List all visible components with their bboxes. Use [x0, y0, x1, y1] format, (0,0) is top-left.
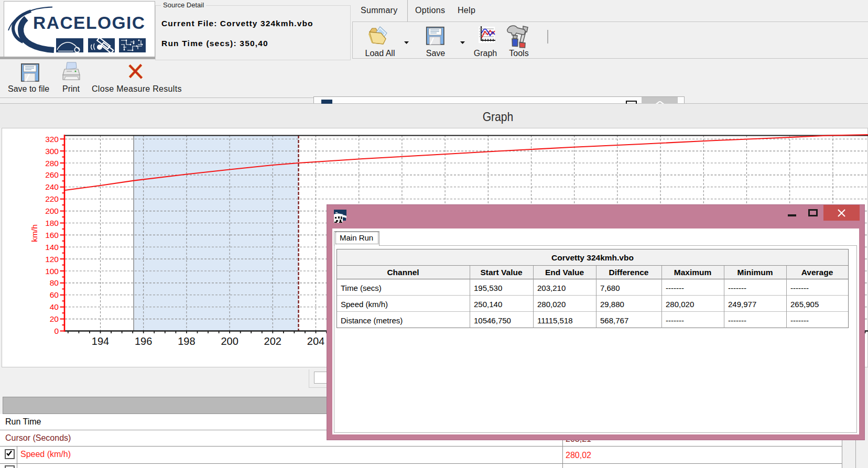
svg-text:198: 198 [178, 335, 195, 347]
svg-text:40: 40 [50, 302, 59, 311]
svg-text:60: 60 [50, 290, 59, 299]
svg-text:200: 200 [45, 206, 59, 215]
svg-text:260: 260 [45, 170, 59, 179]
svg-text:km/h: km/h [30, 224, 39, 242]
svg-text:196: 196 [135, 335, 152, 347]
svg-text:194: 194 [92, 335, 109, 347]
svg-text:240: 240 [45, 182, 59, 191]
svg-text:80: 80 [50, 278, 59, 287]
svg-text:140: 140 [45, 243, 59, 252]
svg-text:120: 120 [45, 255, 59, 264]
svg-text:RACELOGIC: RACELOGIC [33, 13, 146, 32]
svg-text:100: 100 [45, 267, 59, 276]
svg-text:200: 200 [221, 335, 238, 347]
svg-text:202: 202 [264, 335, 281, 347]
svg-text:220: 220 [45, 194, 59, 203]
svg-text:0: 0 [54, 326, 59, 335]
svg-text:20: 20 [50, 314, 59, 323]
svg-text:180: 180 [45, 219, 59, 227]
svg-text:300: 300 [45, 147, 59, 156]
svg-text:320: 320 [45, 135, 59, 144]
svg-text:204: 204 [307, 335, 324, 347]
svg-text:160: 160 [45, 231, 59, 240]
svg-text:280: 280 [45, 159, 59, 168]
